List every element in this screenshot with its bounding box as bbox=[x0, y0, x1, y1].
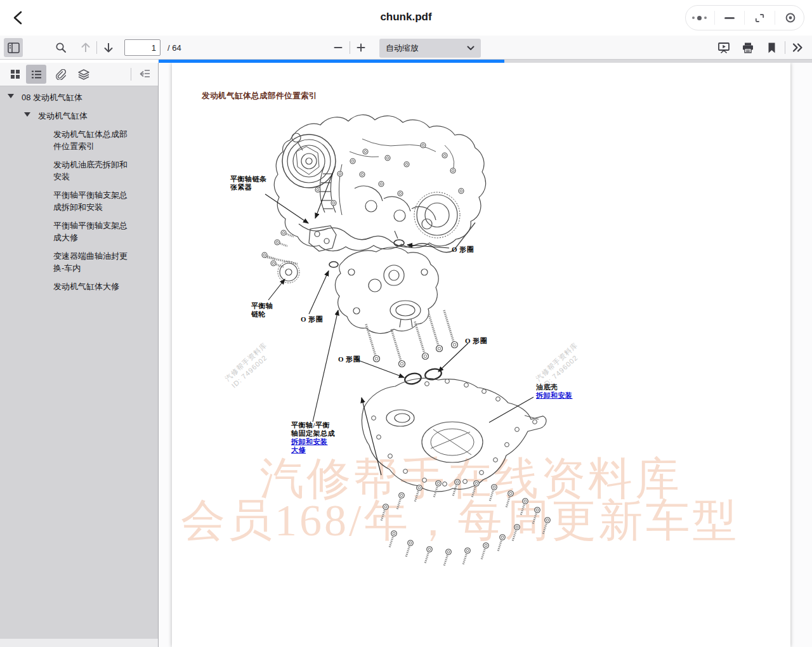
presentation-mode-icon bbox=[717, 42, 730, 54]
outline-tree: 08 发动机气缸体 发动机气缸体 发动机气缸体总成部件位置索引 发动机油底壳拆卸… bbox=[0, 91, 159, 299]
outline-item[interactable]: 发动机气缸体总成部件位置索引 bbox=[0, 128, 159, 152]
current-outline-item-button[interactable] bbox=[134, 65, 155, 84]
label-o-ring: O 形圈 bbox=[301, 315, 323, 324]
toggle-sidebar-icon bbox=[8, 42, 20, 53]
outline-item[interactable]: 平衡轴平衡轴支架总成拆卸和安装 bbox=[0, 189, 159, 213]
minimize-button[interactable] bbox=[717, 6, 742, 30]
sidebar-toolbar-divider bbox=[131, 68, 131, 81]
window-controls-pill bbox=[685, 5, 804, 30]
previous-page-button[interactable] bbox=[76, 38, 95, 57]
pdf-toolbar: / 64 自动缩放 bbox=[0, 36, 812, 60]
more-options-button[interactable] bbox=[687, 6, 711, 30]
pdf-viewer-area[interactable]: 汽修帮手在线资料库 会员168/年，每周更新车型 汽修帮手资料库 ID: 749… bbox=[159, 63, 812, 647]
chevron-down-icon bbox=[467, 46, 475, 51]
more-tools-button[interactable] bbox=[788, 38, 807, 57]
o-ring-top-art bbox=[394, 240, 404, 246]
zoom-in-button[interactable] bbox=[351, 38, 370, 57]
title-bar: chunk.pdf bbox=[0, 0, 812, 36]
attachments-icon bbox=[55, 69, 66, 80]
sidebar-bottom-strip bbox=[0, 639, 158, 647]
outline-item-label[interactable]: 平衡轴平衡轴支架总成拆卸和安装 bbox=[53, 189, 133, 213]
outline-item-label[interactable]: 平衡轴平衡轴支架总成大修 bbox=[53, 219, 133, 244]
link-carrier-overhaul[interactable]: 大修 bbox=[291, 446, 335, 454]
zoom-in-icon bbox=[357, 43, 365, 52]
outline-item-label[interactable]: 发动机气缸体大修 bbox=[53, 280, 133, 292]
thumbnails-view-button[interactable] bbox=[5, 65, 25, 84]
outline-item-label[interactable]: 变速器端曲轴油封更换-车内 bbox=[53, 250, 133, 274]
outline-icon bbox=[31, 70, 42, 79]
toggle-sidebar-button[interactable] bbox=[4, 38, 23, 57]
label-o-ring: O 形圈 bbox=[452, 245, 474, 254]
page-up-icon bbox=[81, 42, 91, 53]
search-icon bbox=[55, 42, 67, 53]
outline-view-button[interactable] bbox=[26, 65, 46, 84]
pan-bolts-art bbox=[381, 480, 550, 566]
pill-divider bbox=[775, 11, 775, 25]
tensioner-bracket-art bbox=[265, 226, 336, 264]
label-chain-tensioner: 平衡轴链条 张紧器 bbox=[230, 175, 267, 192]
more-options-icon bbox=[692, 16, 707, 20]
restore-icon bbox=[754, 13, 765, 23]
label-o-ring: O 形圈 bbox=[465, 337, 487, 345]
pill-divider bbox=[714, 11, 715, 25]
link-carrier-remove-install[interactable]: 拆卸和安装 bbox=[291, 438, 335, 446]
layers-icon bbox=[78, 69, 89, 80]
oil-pan-art bbox=[362, 378, 546, 492]
o-ring-mid-art bbox=[329, 262, 338, 268]
record-icon bbox=[785, 12, 796, 23]
pdf-page: 汽修帮手在线资料库 会员168/年，每周更新车型 汽修帮手资料库 ID: 749… bbox=[172, 63, 790, 647]
zoom-scale-select[interactable]: 自动缩放 bbox=[379, 39, 481, 58]
label-o-ring: O 形圈 bbox=[338, 355, 360, 363]
label-balance-shaft-sprocket: 平衡轴 链轮 bbox=[251, 302, 273, 318]
search-button[interactable] bbox=[51, 38, 70, 57]
toolbar-divider bbox=[350, 41, 350, 54]
sidebar: 08 发动机气缸体 发动机气缸体 发动机气缸体总成部件位置索引 发动机油底壳拆卸… bbox=[0, 63, 159, 647]
zoom-out-button[interactable] bbox=[329, 38, 348, 57]
zoom-scale-value: 自动缩放 bbox=[386, 42, 467, 54]
layers-button[interactable] bbox=[74, 65, 94, 84]
outline-item[interactable]: 平衡轴平衡轴支架总成大修 bbox=[0, 219, 159, 244]
more-tools-icon bbox=[792, 42, 804, 53]
attachments-button[interactable] bbox=[50, 65, 70, 84]
pill-divider bbox=[744, 11, 745, 25]
outline-item[interactable]: 08 发动机气缸体 bbox=[0, 91, 159, 103]
sprocket-art bbox=[278, 261, 299, 283]
zoom-out-icon bbox=[334, 43, 343, 52]
link-oil-pan-remove-install[interactable]: 拆卸和安装 bbox=[536, 391, 573, 400]
current-outline-item-icon bbox=[139, 69, 150, 79]
label-oil-pan: 油底壳 拆卸和安装 bbox=[536, 383, 573, 400]
page-down-icon bbox=[103, 42, 114, 53]
minimize-icon bbox=[724, 17, 735, 19]
outline-item-label[interactable]: 发动机气缸体 bbox=[38, 110, 118, 122]
page-number-input[interactable] bbox=[124, 39, 160, 56]
engine-diagram-illustration bbox=[172, 63, 790, 647]
thumbnails-icon bbox=[10, 69, 20, 79]
next-page-button[interactable] bbox=[99, 38, 118, 57]
outline-item-label[interactable]: 发动机油底壳拆卸和安装 bbox=[53, 159, 133, 183]
page-count-label: / 64 bbox=[167, 43, 181, 53]
restore-button[interactable] bbox=[748, 6, 772, 30]
toolbar-divider bbox=[785, 41, 785, 54]
collapse-triangle-icon[interactable] bbox=[24, 112, 30, 117]
bookmark-icon bbox=[767, 42, 776, 54]
bookmark-button[interactable] bbox=[762, 38, 781, 57]
presentation-mode-button[interactable] bbox=[714, 38, 733, 57]
outline-item[interactable]: 变速器端曲轴油封更换-车内 bbox=[0, 250, 159, 274]
toolbar-divider bbox=[96, 41, 97, 54]
print-button[interactable] bbox=[738, 38, 757, 57]
outline-item[interactable]: 发动机油底壳拆卸和安装 bbox=[0, 159, 159, 183]
sidebar-toolbar bbox=[0, 63, 158, 86]
print-icon bbox=[742, 42, 754, 54]
outline-item[interactable]: 发动机气缸体 bbox=[0, 110, 159, 122]
outline-item[interactable]: 发动机气缸体大修 bbox=[0, 280, 159, 292]
collapse-triangle-icon[interactable] bbox=[8, 94, 14, 98]
outline-item-label[interactable]: 发动机气缸体总成部件位置索引 bbox=[53, 128, 133, 152]
record-button[interactable] bbox=[778, 6, 802, 30]
pdf-viewer-window: { "window": { "title": "chunk.pdf", "pil… bbox=[0, 0, 812, 647]
label-balance-shaft-carrier: 平衡轴/平衡 轴固定架总成 拆卸和安装 大修 bbox=[291, 421, 335, 454]
outline-item-label[interactable]: 08 发动机气缸体 bbox=[22, 91, 102, 103]
